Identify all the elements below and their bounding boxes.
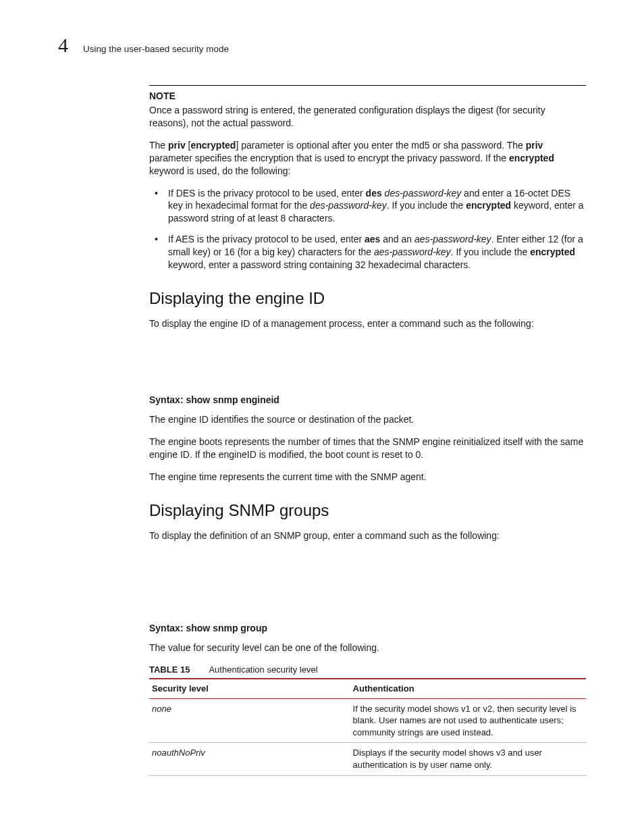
cell-auth: Displays if the security model shows v3 … xyxy=(350,743,586,775)
paragraph: The engine ID identifies the source or d… xyxy=(149,413,586,426)
aes-keyword: aes xyxy=(365,234,380,244)
param: des-password-key xyxy=(385,188,462,199)
chapter-number: 4 xyxy=(58,35,68,55)
cell-level: none xyxy=(149,698,350,743)
encrypted-keyword: encrypted xyxy=(530,246,575,257)
text: . If you include the xyxy=(387,200,466,211)
text: parameter specifies the encryption that … xyxy=(149,153,509,163)
syntax-label: Syntax: xyxy=(149,623,184,633)
priv-paragraph: The priv [encrypted] parameter is option… xyxy=(149,139,586,178)
body-content: NOTE Once a password string is entered, … xyxy=(149,85,586,775)
section-heading-snmp-groups: Displaying SNMP groups xyxy=(149,500,586,521)
text: If DES is the privacy protocol to be use… xyxy=(168,188,366,199)
cell-auth: If the security model shows v1 or v2, th… xyxy=(350,698,586,743)
bullet-list: If DES is the privacy protocol to be use… xyxy=(149,187,586,271)
param: aes-password-key xyxy=(414,234,491,244)
text: . If you include the xyxy=(451,246,531,257)
text: ] parameter is optional after you enter … xyxy=(236,140,525,151)
table-row: none If the security model shows v1 or v… xyxy=(149,698,586,743)
code-placeholder xyxy=(149,552,586,617)
running-head: Using the user-based security mode xyxy=(83,43,229,55)
section-heading-engine-id: Displaying the engine ID xyxy=(149,288,586,309)
note-rule xyxy=(149,85,586,86)
param: aes-password-key xyxy=(374,246,451,257)
table-title: Authentication security level xyxy=(209,664,317,675)
text: and an xyxy=(380,234,414,244)
des-keyword: des xyxy=(366,188,382,199)
table-label: TABLE 15 xyxy=(149,664,190,675)
table-header-row: Security level Authentication xyxy=(149,679,586,698)
col-authentication: Authentication xyxy=(350,679,586,698)
note-label: NOTE xyxy=(149,90,586,103)
table-caption: TABLE 15Authentication security level xyxy=(149,664,586,676)
list-item: If AES is the privacy protocol to be use… xyxy=(149,233,586,271)
list-item: If DES is the privacy protocol to be use… xyxy=(149,187,586,226)
text: keyword, enter a password string contain… xyxy=(168,259,471,270)
paragraph: The value for security level can be one … xyxy=(149,642,586,654)
auth-security-table: Security level Authentication none If th… xyxy=(149,678,586,775)
param: des-password-key xyxy=(310,200,387,211)
section-intro: To display the definition of an SNMP gro… xyxy=(149,529,586,542)
page-header: 4 Using the user-based security mode xyxy=(58,35,586,55)
page: 4 Using the user-based security mode NOT… xyxy=(0,0,644,834)
table-row: noauthNoPriv Displays if the security mo… xyxy=(149,743,586,775)
text: If AES is the privacy protocol to be use… xyxy=(168,234,365,244)
code-placeholder xyxy=(149,340,586,388)
col-security-level: Security level xyxy=(149,679,350,698)
syntax-line: Syntax: show snmp engineid xyxy=(149,394,586,407)
encrypted-keyword: encrypted xyxy=(466,200,511,211)
encrypted-keyword: encrypted xyxy=(190,140,236,151)
syntax-line: Syntax: show snmp group xyxy=(149,622,586,635)
priv-keyword: priv xyxy=(168,140,186,151)
syntax-command: show snmp group xyxy=(184,623,267,633)
section-intro: To display the engine ID of a management… xyxy=(149,317,586,330)
paragraph: The engine boots represents the number o… xyxy=(149,436,586,461)
priv-keyword: priv xyxy=(526,140,543,151)
paragraph: The engine time represents the current t… xyxy=(149,471,586,484)
note-text: Once a password string is entered, the g… xyxy=(149,104,586,130)
text: The xyxy=(149,140,168,151)
syntax-command: show snmp engineid xyxy=(184,394,279,405)
encrypted-keyword: encrypted xyxy=(509,153,554,163)
cell-level: noauthNoPriv xyxy=(149,743,350,775)
text: keyword is used, do the following: xyxy=(149,165,290,176)
syntax-label: Syntax: xyxy=(149,394,184,405)
